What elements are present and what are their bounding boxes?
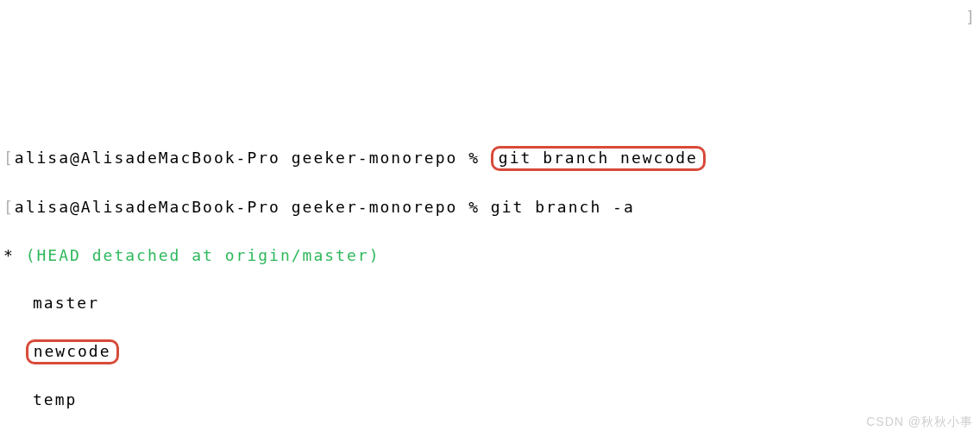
highlighted-command: git branch newcode xyxy=(491,146,706,171)
detached-head-label: (HEAD detached at origin/master) xyxy=(26,246,380,264)
terminal-line: [alisa@AlisadeMacBook-Pro geeker-monorep… xyxy=(3,195,977,219)
right-bracket-stub: ] xyxy=(965,5,977,29)
branch-current-line: * (HEAD detached at origin/master) xyxy=(3,244,977,268)
highlighted-branch: newcode xyxy=(26,339,119,364)
branch-item-highlighted: newcode xyxy=(3,339,977,364)
command-text: git branch -a xyxy=(491,198,635,216)
terminal-line: [alisa@AlisadeMacBook-Pro geeker-monorep… xyxy=(3,146,977,171)
prompt-text: alisa@AlisadeMacBook-Pro geeker-monorepo… xyxy=(15,198,491,216)
bracket-open: [ xyxy=(3,198,15,216)
branch-item: master xyxy=(3,291,977,315)
prompt-text: alisa@AlisadeMacBook-Pro geeker-monorepo… xyxy=(15,149,491,167)
branch-item: temp xyxy=(3,388,977,412)
bracket-open: [ xyxy=(3,149,15,167)
watermark-text: CSDN @秋秋小事 xyxy=(866,413,973,432)
star-marker: * xyxy=(3,246,26,264)
